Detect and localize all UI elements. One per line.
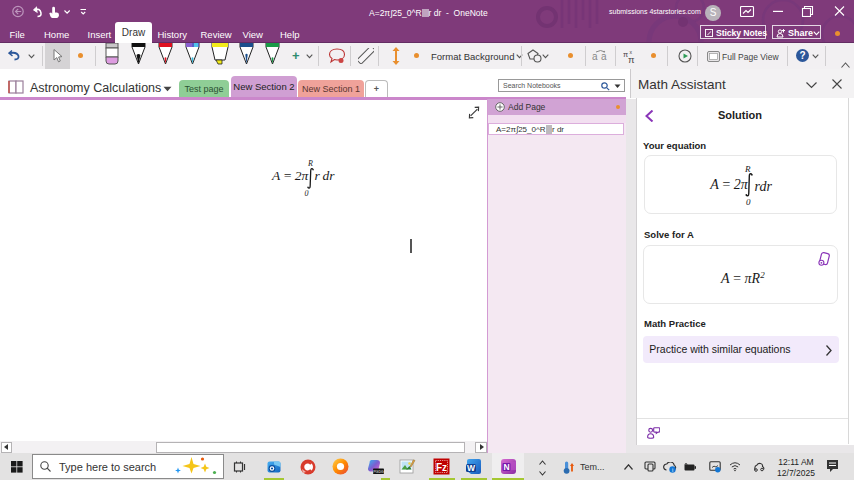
svg-text:PGDG: PGDG — [373, 470, 384, 474]
svg-text:a: a — [592, 51, 598, 62]
svg-text:i: i — [672, 467, 673, 473]
svg-text:W: W — [467, 463, 476, 473]
svg-text:a: a — [601, 51, 607, 62]
svg-text:Fz: Fz — [436, 462, 447, 473]
svg-text:N: N — [503, 462, 509, 472]
svg-text:π: π — [628, 54, 635, 64]
